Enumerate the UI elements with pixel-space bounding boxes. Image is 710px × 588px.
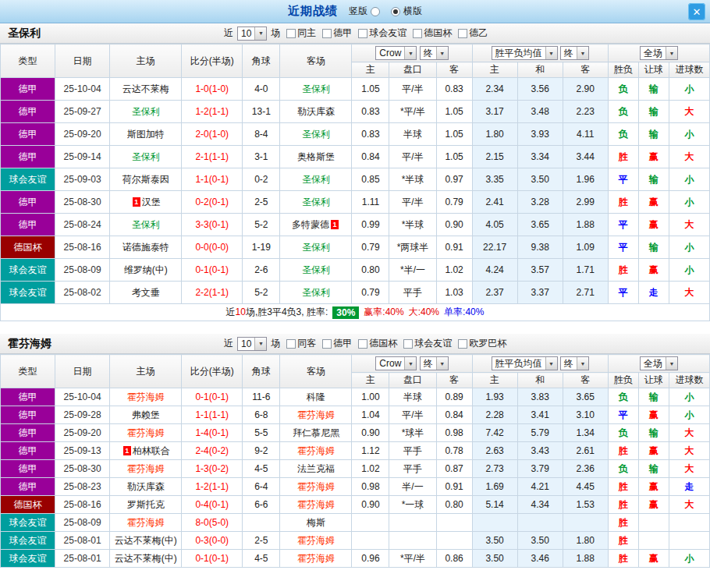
away-team-name[interactable]: 勒沃库森 [297, 106, 335, 117]
cell-score[interactable]: 3-3(0-1) [182, 214, 243, 236]
home-team-name[interactable]: 霍芬海姆 [127, 427, 165, 438]
filter-option-same-home[interactable]: 同主 [286, 27, 316, 40]
away-team-name[interactable]: 拜仁慕尼黑 [293, 427, 339, 438]
checkbox-icon[interactable] [358, 29, 367, 38]
filter-option-bundesliga[interactable]: 德甲 [322, 337, 352, 350]
cell-score[interactable]: 2-0(1-0) [182, 123, 243, 146]
checkbox-icon[interactable] [413, 29, 422, 38]
radio-unselected-icon[interactable] [371, 7, 380, 16]
home-team-name[interactable]: 考文垂 [132, 287, 160, 298]
checkbox-icon[interactable] [322, 339, 332, 349]
layout-radio-vertical[interactable]: 竖版 [349, 5, 380, 18]
home-team-name[interactable]: 罗斯托克 [127, 499, 165, 510]
home-team-name[interactable]: 斯图加特 [127, 129, 165, 140]
away-team-name[interactable]: 圣保利 [302, 197, 330, 207]
cell-odds-away: 0.80 [436, 496, 472, 514]
cell-score[interactable]: 1-4(0-1) [182, 424, 243, 442]
filter-option-german-cup[interactable]: 德国杯 [413, 27, 452, 40]
cell-score[interactable]: 0-1(0-1) [182, 259, 243, 282]
away-team-name[interactable]: 霍芬海姆 [297, 535, 335, 546]
cell-home-team: 圣保利 [110, 101, 182, 123]
radio-selected-icon[interactable] [391, 7, 400, 16]
cell-score[interactable]: 0-2(0-1) [182, 191, 243, 214]
away-team-name[interactable]: 霍芬海姆 [297, 445, 335, 456]
cell-score[interactable]: 0-1(0-1) [182, 388, 243, 406]
home-team-name[interactable]: 汉堡 [142, 197, 161, 207]
home-team-name[interactable]: 弗赖堡 [132, 409, 160, 420]
cell-score[interactable]: 1-0(1-0) [182, 78, 243, 101]
home-team-name[interactable]: 圣保利 [132, 219, 160, 230]
cell-score[interactable]: 0-0(0-0) [182, 236, 243, 259]
avg-odds-select[interactable]: 胜平负均值▼ [492, 356, 558, 370]
away-team-name[interactable]: 圣保利 [302, 83, 330, 94]
home-team-name[interactable]: 诺德施泰特 [122, 242, 169, 253]
cell-score[interactable]: 0-1(0-1) [182, 550, 243, 568]
filter-option-bundesliga[interactable]: 德甲 [322, 27, 352, 40]
away-team-name[interactable]: 圣保利 [302, 242, 330, 253]
matches-table: 类型 日期 主场 比分(半场) 角球 客场 Crow▼ 终▼ 胜平负均值▼ 终▼… [0, 44, 710, 304]
cell-score[interactable]: 1-3(0-2) [182, 460, 243, 478]
filter-option-same-away[interactable]: 同客 [286, 337, 316, 350]
home-team-name[interactable]: 云达不莱梅(中) [115, 553, 177, 564]
cell-score[interactable]: 2-4(0-2) [182, 442, 243, 460]
checkbox-icon[interactable] [458, 339, 467, 349]
checkbox-icon[interactable] [458, 29, 467, 38]
cell-score[interactable]: 1-1(1-1) [182, 406, 243, 424]
home-team-name[interactable]: 荷尔斯泰因 [122, 174, 169, 185]
away-team-name[interactable]: 圣保利 [302, 129, 330, 140]
away-team-name[interactable]: 圣保利 [302, 174, 330, 185]
away-team-name[interactable]: 圣保利 [302, 287, 330, 298]
checkbox-icon[interactable] [286, 339, 296, 349]
cell-score[interactable]: 1-2(1-1) [182, 478, 243, 496]
away-team-name[interactable]: 霍芬海姆 [297, 481, 335, 492]
away-team-name[interactable]: 霍芬海姆 [297, 409, 335, 420]
away-team-name[interactable]: 圣保利 [302, 264, 330, 275]
filter-option-friendly[interactable]: 球会友谊 [358, 27, 406, 40]
checkbox-icon[interactable] [322, 29, 332, 38]
match-count-select[interactable]: 10▼ [237, 337, 267, 351]
cell-score[interactable]: 1-2(1-1) [182, 101, 243, 123]
away-team-name[interactable]: 奥格斯堡 [297, 151, 335, 162]
filter-option-bundesliga2[interactable]: 德乙 [458, 27, 488, 40]
cell-score[interactable]: 8-0(5-0) [182, 514, 243, 532]
away-team-name[interactable]: 多特蒙德 [292, 219, 329, 230]
home-team-name[interactable]: 霍芬海姆 [127, 391, 165, 402]
away-team-name[interactable]: 霍芬海姆 [297, 499, 335, 510]
home-team-name[interactable]: 霍芬海姆 [127, 517, 165, 528]
home-team-name[interactable]: 维罗纳(中) [124, 264, 168, 275]
away-team-name[interactable]: 科隆 [307, 391, 325, 402]
away-team-name[interactable]: 法兰克福 [297, 463, 335, 474]
filter-option-german-cup[interactable]: 德国杯 [358, 337, 397, 350]
scope-select[interactable]: 全场▼ [640, 46, 678, 60]
cell-score[interactable]: 0-3(0-0) [182, 532, 243, 550]
cell-score[interactable]: 2-2(1-1) [182, 282, 243, 304]
avg-stage-select[interactable]: 终▼ [560, 356, 589, 370]
cell-score[interactable]: 2-1(1-1) [182, 146, 243, 168]
home-team-name[interactable]: 勒沃库森 [127, 481, 165, 492]
filter-option-europa-league[interactable]: 欧罗巴杯 [458, 337, 506, 350]
home-team-name[interactable]: 霍芬海姆 [127, 463, 165, 474]
away-team-name[interactable]: 梅斯 [307, 517, 325, 528]
odds-stage-select[interactable]: 终▼ [420, 46, 449, 60]
checkbox-icon[interactable] [286, 29, 296, 38]
close-button[interactable]: ✕ [688, 3, 705, 20]
layout-radio-horizontal[interactable]: 横版 [391, 5, 422, 18]
home-team-name[interactable]: 柏林联合 [133, 445, 170, 456]
match-count-select[interactable]: 10▼ [237, 27, 267, 41]
home-team-name[interactable]: 圣保利 [132, 106, 160, 117]
bookmaker-select[interactable]: Crow▼ [375, 356, 417, 370]
home-team-name[interactable]: 云达不莱梅 [122, 83, 169, 94]
home-team-name[interactable]: 圣保利 [132, 151, 160, 162]
cell-score[interactable]: 1-1(0-1) [182, 168, 243, 191]
bookmaker-select[interactable]: Crow▼ [375, 46, 417, 60]
cell-score[interactable]: 0-4(0-1) [182, 496, 243, 514]
checkbox-icon[interactable] [358, 339, 367, 349]
filter-option-friendly[interactable]: 球会友谊 [403, 337, 452, 350]
avg-stage-select[interactable]: 终▼ [560, 46, 589, 60]
home-team-name[interactable]: 云达不莱梅(中) [115, 535, 177, 546]
avg-odds-select[interactable]: 胜平负均值▼ [492, 46, 558, 60]
checkbox-icon[interactable] [403, 339, 413, 349]
odds-stage-select[interactable]: 终▼ [420, 356, 449, 370]
away-team-name[interactable]: 霍芬海姆 [297, 553, 335, 564]
scope-select[interactable]: 全场▼ [640, 356, 678, 370]
